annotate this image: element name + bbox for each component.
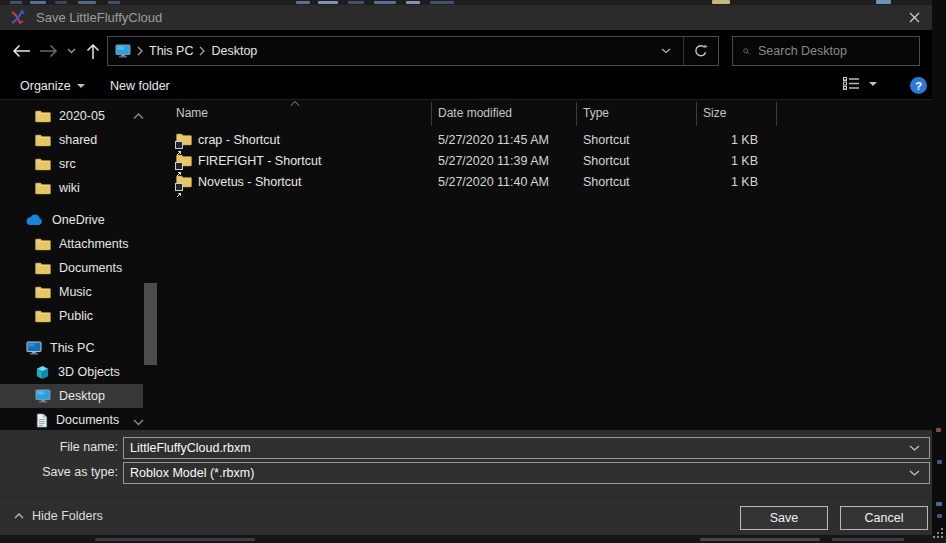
close-icon xyxy=(909,12,920,23)
folder-icon xyxy=(35,262,51,275)
sidebar-item-shared[interactable]: shared xyxy=(0,128,143,152)
background-fragment xyxy=(430,1,454,4)
forward-button[interactable] xyxy=(36,30,62,72)
back-arrow-icon xyxy=(11,44,31,58)
refresh-button[interactable] xyxy=(684,37,718,65)
shortcut-arrow-icon xyxy=(175,141,183,149)
column-header-name[interactable]: Name xyxy=(176,106,208,120)
folder-shortcut-icon xyxy=(176,174,193,190)
3d-objects-icon xyxy=(35,365,50,380)
scrollbar-up-button[interactable] xyxy=(133,106,144,124)
close-button[interactable] xyxy=(898,5,930,30)
address-bar[interactable]: This PC Desktop xyxy=(107,36,719,66)
background-fragment xyxy=(937,460,942,464)
background-fragment xyxy=(318,1,338,4)
help-button[interactable]: ? xyxy=(910,77,927,94)
file-name-input[interactable] xyxy=(124,441,909,455)
save-button[interactable]: Save xyxy=(740,506,828,530)
file-date: 5/27/2020 11:39 AM xyxy=(438,154,549,168)
folder-icon xyxy=(35,158,51,171)
file-name: Novetus - Shortcut xyxy=(198,175,302,189)
column-header-type[interactable]: Type xyxy=(583,106,609,120)
column-divider[interactable] xyxy=(776,102,777,126)
chevron-down-icon[interactable] xyxy=(909,445,920,451)
recent-locations-button[interactable] xyxy=(62,30,80,72)
column-header-date-modified[interactable]: Date modified xyxy=(438,106,512,120)
save-as-type-select[interactable]: Roblox Model (*.rbxm) xyxy=(123,462,930,484)
up-button[interactable] xyxy=(80,30,106,72)
background-fragment xyxy=(78,1,96,4)
shortcut-arrow-icon xyxy=(175,183,183,191)
file-size: 1 KB xyxy=(696,154,758,168)
file-name-label: File name: xyxy=(0,440,118,454)
list-header: Name Date modified Type Size xyxy=(160,100,932,128)
resize-grip[interactable] xyxy=(929,524,945,540)
sort-ascending-icon xyxy=(290,101,300,106)
address-dropdown-button[interactable] xyxy=(649,37,683,65)
sidebar-item-3d-objects[interactable]: 3D Objects xyxy=(0,360,143,384)
sidebar-item-desktop[interactable]: Desktop xyxy=(0,384,143,408)
cancel-button[interactable]: Cancel xyxy=(840,506,928,530)
background-fragment xyxy=(712,0,730,4)
sidebar-item-2020-05[interactable]: 2020-05 xyxy=(0,104,143,128)
sidebar-item-music[interactable]: Music xyxy=(0,280,143,304)
scrollbar-down-button[interactable] xyxy=(133,412,144,430)
chevron-up-icon xyxy=(14,513,24,519)
sidebar-item-public[interactable]: Public xyxy=(0,304,143,328)
back-button[interactable] xyxy=(8,30,34,72)
file-type: Shortcut xyxy=(583,175,630,189)
organize-label: Organize xyxy=(20,79,71,93)
caret-down-icon xyxy=(77,84,85,88)
sidebar-item-label: Attachments xyxy=(59,237,128,251)
column-divider[interactable] xyxy=(696,102,697,126)
sidebar-item-attachments[interactable]: Attachments xyxy=(0,232,143,256)
file-row-novetus-shortcut[interactable]: Novetus - Shortcut 5/27/2020 11:40 AM Sh… xyxy=(160,172,932,193)
file-row-firefight-shortcut[interactable]: FIREFIGHT - Shortcut 5/27/2020 11:39 AM … xyxy=(160,151,932,172)
sidebar-item-wiki[interactable]: wiki xyxy=(0,176,143,200)
search-icon xyxy=(743,45,750,58)
change-view-button[interactable] xyxy=(843,77,877,90)
desktop-icon xyxy=(35,389,51,403)
column-header-size[interactable]: Size xyxy=(703,106,726,120)
search-box[interactable] xyxy=(732,36,920,66)
main-area: 2020-05 shared src wiki OneDrive Attachm… xyxy=(0,100,932,430)
sidebar-item-documents-onedrive[interactable]: Documents xyxy=(0,256,143,280)
file-row-crap-shortcut[interactable]: crap - Shortcut 5/27/2020 11:45 AM Short… xyxy=(160,130,932,151)
background-fragment xyxy=(296,1,310,4)
file-type: Shortcut xyxy=(583,133,630,147)
file-name-combobox[interactable] xyxy=(123,437,930,459)
background-fragment xyxy=(936,428,941,432)
background-fragment xyxy=(700,538,820,541)
sidebar-item-onedrive[interactable]: OneDrive xyxy=(0,208,143,232)
organize-button[interactable]: Organize xyxy=(20,72,85,100)
dialog-footer: Hide Folders Save Cancel xyxy=(0,497,932,535)
breadcrumb-this-pc[interactable]: This PC xyxy=(149,44,193,58)
sidebar-item-label: 2020-05 xyxy=(59,109,105,123)
save-as-type-label: Save as type: xyxy=(0,465,118,479)
column-divider[interactable] xyxy=(576,102,577,126)
folder-icon xyxy=(35,310,51,323)
documents-icon xyxy=(35,413,48,428)
sidebar-item-label: Documents xyxy=(59,261,122,275)
new-folder-label: New folder xyxy=(110,79,170,93)
forward-arrow-icon xyxy=(39,44,59,58)
background-fragment xyxy=(30,1,46,4)
column-divider[interactable] xyxy=(431,102,432,126)
sidebar-item-label: src xyxy=(59,157,76,171)
save-as-type-value: Roblox Model (*.rbxm) xyxy=(124,466,909,480)
sidebar-item-label: Music xyxy=(59,285,92,299)
file-type: Shortcut xyxy=(583,154,630,168)
new-folder-button[interactable]: New folder xyxy=(110,72,170,100)
hide-folders-button[interactable]: Hide Folders xyxy=(14,509,103,523)
sidebar-item-documents[interactable]: Documents xyxy=(0,408,143,430)
scrollbar-thumb[interactable] xyxy=(144,283,157,365)
titlebar[interactable]: Save LittleFluffyCloud xyxy=(0,5,932,30)
breadcrumb-desktop[interactable]: Desktop xyxy=(211,44,257,58)
sidebar-item-this-pc[interactable]: This PC xyxy=(0,336,143,360)
chevron-down-icon[interactable] xyxy=(909,470,920,476)
up-arrow-icon xyxy=(86,42,100,60)
search-input[interactable] xyxy=(758,44,919,58)
sidebar-item-src[interactable]: src xyxy=(0,152,143,176)
sidebar-item-label: Desktop xyxy=(59,389,105,403)
shortcut-arrow-icon xyxy=(175,162,183,170)
